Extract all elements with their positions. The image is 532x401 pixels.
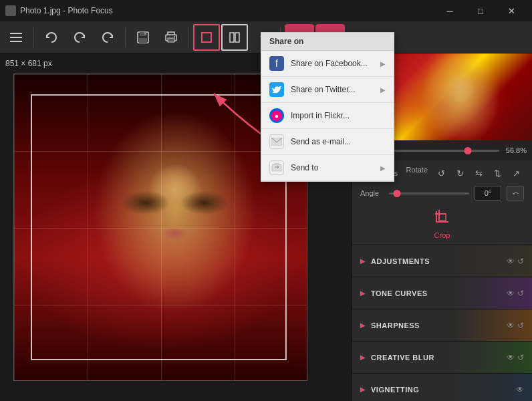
menu-button[interactable] — [3, 24, 29, 51]
tone-curves-title: TONE CURVES — [371, 289, 428, 297]
adjustments-icons: 👁 ↺ — [507, 257, 524, 266]
minimize-button[interactable]: ─ — [434, 0, 465, 21]
save-button[interactable] — [130, 24, 156, 51]
share-dropdown: Share on f Share on Facebook... ▶ Share … — [261, 32, 394, 182]
crop-label-text: Crop — [434, 231, 450, 239]
crop-icon — [434, 209, 451, 230]
creative-blur-eye-icon[interactable]: 👁 — [507, 353, 515, 362]
app-icon — [5, 5, 16, 16]
rotate-ccw-button[interactable]: ↺ — [433, 166, 449, 180]
svg-rect-1 — [10, 37, 22, 38]
rotate-arrow-button[interactable]: ↗ — [508, 166, 524, 180]
tone-reset-icon[interactable]: ↺ — [517, 289, 524, 298]
undo-button[interactable] — [38, 24, 65, 51]
twitter-arrow: ▶ — [380, 86, 386, 94]
share-twitter-item[interactable]: Share on Twitter... ▶ — [261, 77, 394, 103]
angle-slider[interactable] — [389, 192, 469, 194]
maximize-button[interactable]: □ — [465, 0, 496, 21]
svg-rect-6 — [139, 38, 147, 43]
titlebar-controls[interactable]: ─ □ ✕ — [434, 0, 527, 21]
flip-v-button[interactable]: ⇅ — [489, 166, 505, 180]
adjustments-title: ADJUSTMENTS — [371, 257, 430, 265]
separator-2 — [125, 27, 126, 47]
zoom-value: 56.8% — [506, 146, 527, 154]
vignetting-title: VIGNETTING — [371, 386, 419, 394]
panel-adjustments[interactable]: ▶ ADJUSTMENTS 👁 ↺ — [352, 245, 532, 277]
angle-reset-button[interactable]: ⤺ — [507, 186, 524, 200]
svg-rect-0 — [10, 33, 22, 34]
zoom-thumb — [464, 147, 471, 154]
app-title: Photo 1.jpg - Photo Focus — [20, 6, 113, 15]
image-size-label: 851 × 681 px — [5, 59, 52, 68]
flip-h-button[interactable]: ⇆ — [471, 166, 487, 180]
sharpness-content: ▶ SHARPNESS 👁 ↺ — [352, 321, 532, 330]
angle-input[interactable] — [475, 186, 501, 200]
panel-scroll: ▶ ADJUSTMENTS 👁 ↺ ▶ TONE CURVES 👁 — [352, 245, 532, 401]
send-to-item[interactable]: Send to ▶ — [261, 155, 394, 181]
separator-1 — [33, 27, 34, 47]
creative-blur-title: CREATIVE BLUR — [371, 354, 434, 362]
vignetting-eye-icon[interactable]: 👁 — [516, 385, 524, 394]
facebook-icon: f — [269, 56, 284, 71]
angle-label: Angle — [360, 189, 384, 197]
crop-apply-button[interactable]: Crop — [434, 209, 451, 239]
redo-button[interactable] — [66, 24, 93, 51]
tone-chevron: ▶ — [360, 289, 366, 297]
tone-curves-content: ▶ TONE CURVES 👁 ↺ — [352, 289, 532, 298]
close-button[interactable]: ✕ — [496, 0, 527, 21]
sendto-label: Send to — [291, 163, 318, 172]
rotate-controls: Rotate ↺ ↻ ⇆ ⇅ ↗ — [406, 166, 524, 180]
panel-sharpness[interactable]: ▶ SHARPNESS 👁 ↺ — [352, 309, 532, 341]
redo2-button[interactable] — [94, 24, 121, 51]
vignetting-chevron: ▶ — [360, 386, 366, 393]
import-flickr-item[interactable]: ● Import in Flickr... — [261, 103, 394, 129]
panel-tone-curves[interactable]: ▶ TONE CURVES 👁 ↺ — [352, 277, 532, 309]
sharpness-eye-icon[interactable]: 👁 — [507, 321, 515, 330]
sharpness-reset-icon[interactable]: ↺ — [517, 321, 524, 330]
creative-blur-content: ▶ CREATIVE BLUR 👁 ↺ — [352, 353, 532, 362]
creative-blur-reset-icon[interactable]: ↺ — [517, 353, 524, 362]
sendto-arrow: ▶ — [380, 164, 386, 172]
svg-point-9 — [174, 36, 175, 37]
vignetting-icons: 👁 — [516, 385, 524, 394]
crop-box — [31, 94, 287, 360]
svg-rect-8 — [168, 38, 174, 42]
twitter-label: Share on Twitter... — [291, 85, 356, 94]
svg-rect-5 — [144, 32, 146, 35]
flickr-label: Import in Flickr... — [291, 111, 350, 120]
svg-rect-10 — [202, 33, 211, 42]
share-facebook-item[interactable]: f Share on Facebook... ▶ — [261, 51, 394, 77]
svg-rect-12 — [235, 33, 239, 42]
titlebar-left: Photo 1.jpg - Photo Focus — [5, 5, 113, 16]
print-button[interactable] — [158, 24, 184, 51]
sharpness-chevron: ▶ — [360, 321, 366, 329]
single-view-button[interactable] — [193, 24, 220, 51]
svg-rect-18 — [272, 164, 281, 171]
split-view-button[interactable] — [221, 24, 248, 51]
adjustments-chevron: ▶ — [360, 257, 366, 265]
twitter-icon — [269, 82, 284, 97]
send-email-item[interactable]: Send as e-mail... — [261, 129, 394, 155]
titlebar: Photo 1.jpg - Photo Focus ─ □ ✕ — [0, 0, 532, 21]
email-label: Send as e-mail... — [291, 137, 351, 146]
sharpness-icons: 👁 ↺ — [507, 321, 524, 330]
dropdown-header: Share on — [261, 33, 394, 51]
rotate-cw-button[interactable]: ↻ — [452, 166, 468, 180]
sharpness-title: SHARPNESS — [371, 321, 420, 329]
tone-eye-icon[interactable]: 👁 — [507, 289, 515, 298]
panel-vignetting[interactable]: ▶ VIGNETTING 👁 — [352, 373, 532, 401]
panel-creative-blur[interactable]: ▶ CREATIVE BLUR 👁 ↺ — [352, 341, 532, 373]
creative-blur-chevron: ▶ — [360, 354, 366, 361]
svg-rect-11 — [230, 33, 234, 42]
sendto-icon — [269, 160, 284, 175]
adjustments-reset-icon[interactable]: ↺ — [517, 257, 524, 266]
crop-button-row: Crop — [360, 209, 524, 239]
svg-rect-16 — [439, 214, 446, 221]
email-icon — [269, 134, 284, 149]
adjustments-content: ▶ ADJUSTMENTS 👁 ↺ — [352, 257, 532, 266]
facebook-arrow: ▶ — [380, 60, 386, 68]
rotate-label: Rotate — [406, 166, 428, 180]
adjustments-eye-icon[interactable]: 👁 — [507, 257, 515, 266]
separator-3 — [188, 27, 189, 47]
flickr-icon: ● — [269, 108, 284, 123]
